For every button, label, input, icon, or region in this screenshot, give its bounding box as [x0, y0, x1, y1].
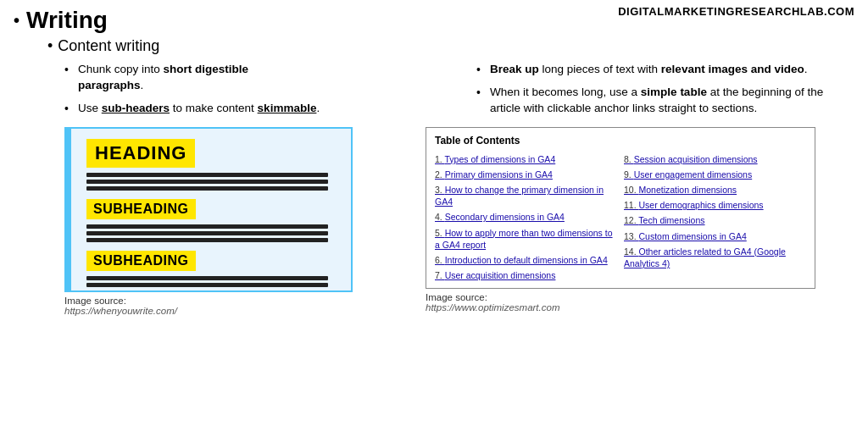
line7	[86, 276, 328, 280]
domain-label: DIGITALMARKETINGRESEARCHLAB.COM	[618, 5, 854, 18]
heading-image-mockup: HEADING SUBHEADING SUBHEADING	[64, 127, 353, 292]
toc-col-left: 1. Types of dimensions in GA4 2. Primary…	[435, 153, 617, 282]
toc-item-6[interactable]: 6. Introduction to default dimensions in…	[435, 254, 617, 266]
line6	[86, 238, 328, 242]
main-title-text: Writing	[26, 7, 108, 34]
toc-item-14[interactable]: 14. Other articles related to GA4 (Googl…	[624, 246, 806, 269]
toc-item-10[interactable]: 10. Monetization dimensions	[624, 184, 806, 196]
line4	[86, 224, 328, 229]
toc-item-3[interactable]: 3. How to change the primary dimension i…	[435, 184, 617, 207]
main-bullet: •	[14, 11, 19, 30]
toc-item-5[interactable]: 5. How to apply more than two dimensions…	[435, 227, 617, 251]
subheading2-lines	[86, 276, 341, 287]
toc-item-7[interactable]: 7. User acquisition dimensions	[435, 269, 617, 281]
line2	[86, 180, 328, 184]
toc-item-12[interactable]: 12. Tech dimensions	[624, 214, 806, 226]
right-bullet-list: Break up long pieces of text with releva…	[476, 62, 854, 117]
subheading1-lines	[86, 224, 341, 242]
sub-bullet: •	[47, 37, 53, 55]
sub-title: • Content writing	[47, 37, 854, 55]
img-source-left-url: https://whenyouwrite.com/	[64, 306, 177, 316]
heading-block: HEADING	[86, 139, 195, 168]
img-source-left-label: Image source:	[64, 296, 126, 306]
two-col-layout: Chunk copy into short digestibleparagrap…	[14, 62, 854, 316]
page-container: DIGITALMARKETINGRESEARCHLAB.COM • Writin…	[0, 0, 868, 437]
right-bullet-1: Break up long pieces of text with releva…	[476, 62, 854, 78]
heading-lines	[86, 173, 341, 191]
toc-item-1[interactable]: 1. Types of dimensions in GA4	[435, 153, 617, 165]
toc-grid: 1. Types of dimensions in GA4 2. Primary…	[435, 153, 806, 282]
right-column: Break up long pieces of text with releva…	[426, 62, 854, 316]
line1	[86, 173, 328, 177]
sub-title-text: Content writing	[58, 37, 159, 55]
subheading-block-2: SUBHEADING	[86, 251, 196, 271]
toc-box: Table of Contents 1. Types of dimensions…	[426, 127, 815, 290]
toc-item-8[interactable]: 8. Session acquisition dimensions	[624, 153, 806, 165]
img-source-right: Image source: https://www.optimizesmart.…	[426, 292, 854, 313]
toc-item-13[interactable]: 13. Custom dimensions in GA4	[624, 230, 806, 242]
left-column: Chunk copy into short digestibleparagrap…	[14, 62, 412, 316]
left-bullet-list: Chunk copy into short digestibleparagrap…	[64, 62, 412, 117]
line8	[86, 283, 328, 287]
toc-item-4[interactable]: 4. Secondary dimensions in GA4	[435, 211, 617, 223]
img-source-right-url: https://www.optimizesmart.com	[426, 302, 559, 313]
img-source-left: Image source: https://whenyouwrite.com/	[64, 296, 412, 316]
line3	[86, 186, 328, 191]
img-source-right-label: Image source:	[426, 292, 487, 302]
line5	[86, 231, 328, 235]
subheading-block-1: SUBHEADING	[86, 199, 196, 219]
left-bullet-2: Use sub-headers to make content skimmabl…	[64, 101, 412, 117]
toc-item-9[interactable]: 9. User engagement dimensions	[624, 169, 806, 180]
left-bullet-1: Chunk copy into short digestibleparagrap…	[64, 62, 412, 94]
toc-item-11[interactable]: 11. User demographics dimensions	[624, 199, 806, 211]
toc-item-2[interactable]: 2. Primary dimensions in GA4	[435, 169, 617, 180]
toc-col-right: 8. Session acquisition dimensions 9. Use…	[624, 153, 806, 282]
toc-title: Table of Contents	[435, 135, 806, 147]
right-bullet-2: When it becomes long, use a simple table…	[476, 85, 854, 117]
mockup-inner: HEADING SUBHEADING SUBHEADING	[76, 139, 341, 287]
